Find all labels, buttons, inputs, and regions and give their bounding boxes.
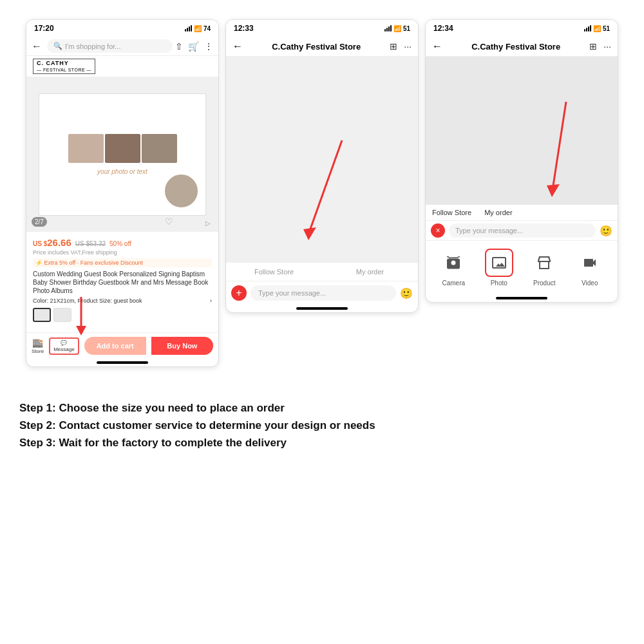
phone2-follow-tab[interactable]: Follow Store [226, 263, 322, 281]
phone3-message-input[interactable]: Type your message... [449, 223, 596, 238]
heart-icon[interactable]: ♡ [165, 216, 173, 227]
camera-icon-box [439, 249, 468, 277]
phone1-status-icons: 📶 74 [185, 25, 211, 32]
video-icon-box [576, 249, 604, 277]
phone3-product-item[interactable]: Product [530, 249, 558, 287]
phone3-wrapper: 12:34 📶 51 ← C.Cathy Festival Store ⊞ [425, 19, 618, 303]
phone3-myorder-tab[interactable]: My order [484, 209, 512, 216]
phone3-message-input-row: × Type your message... 🙂 [426, 221, 618, 240]
cart-icon[interactable]: 🛒 [188, 41, 199, 52]
svg-marker-3 [303, 227, 316, 240]
phone2-store-nav-icons: ⊞ ··· [390, 41, 412, 52]
photo-label: Photo [491, 279, 507, 287]
photo-cell-3 [142, 134, 177, 163]
arrow2-svg [290, 134, 368, 263]
buy-now-button[interactable]: Buy Now [151, 337, 213, 355]
phone3-emoji-icon[interactable]: 🙂 [600, 225, 612, 237]
phone3-store-nav-icons: ⊞ ··· [589, 41, 611, 52]
svg-line-4 [553, 102, 566, 185]
phone2-chat-area [226, 57, 418, 263]
price-row: US $26.66 US $53.32 50% off [33, 237, 212, 248]
phone2-back-icon[interactable]: ← [232, 41, 243, 52]
share-icon[interactable]: ⇧ [175, 41, 183, 52]
store-grid-icon[interactable]: ⊞ [390, 41, 397, 52]
phone2: 12:33 📶 51 ← C.Cathy Festival Store ⊞ [225, 19, 419, 313]
step1-text: Step 1: Choose the size you need to plac… [19, 399, 625, 417]
store-more-icon[interactable]: ··· [404, 41, 412, 52]
phone3-time: 12:34 [433, 24, 453, 33]
phone2-store-title: C.Cathy Festival Store [248, 42, 384, 52]
phone2-home-indicator [296, 307, 348, 310]
phone3-store-nav: ← C.Cathy Festival Store ⊞ ··· [426, 37, 618, 57]
phone1-status-bar: 17:20 📶 74 [26, 20, 218, 37]
message-button[interactable]: 💬 Message [49, 337, 79, 355]
camera-label: Camera [442, 279, 465, 287]
phone2-plus-button[interactable]: + [231, 285, 247, 301]
phone3-status-bar: 12:34 📶 51 [426, 20, 618, 37]
price-current: US $26.66 [33, 237, 71, 248]
phone3-close-button[interactable]: × [431, 223, 445, 238]
phone2-status-bar: 12:33 📶 51 [226, 20, 418, 37]
phone2-message-input[interactable]: Type your message... [251, 285, 396, 301]
circle-overlay [164, 173, 199, 209]
phone1-search[interactable]: 🔍 I'm shopping for... [47, 39, 173, 53]
price-original: US $53.32 [75, 240, 106, 247]
phone3-store-more-icon[interactable]: ··· [603, 41, 611, 52]
video-icon [582, 255, 598, 270]
more-icon[interactable]: ⋮ [204, 41, 213, 52]
steps-area: Step 1: Choose the size you need to plac… [0, 380, 644, 644]
color-swatches [33, 308, 212, 322]
add-to-cart-button[interactable]: Add to cart [84, 337, 146, 355]
store-icon: 🏬 [32, 337, 43, 348]
main-container: 17:20 📶 74 ← 🔍 I'm shopping for... [0, 0, 644, 644]
phone3-photo-item[interactable]: Photo [485, 249, 513, 287]
phone2-status-icons: 📶 51 [384, 25, 410, 32]
phone1-time: 17:20 [34, 24, 54, 33]
phone1-nav-actions: ⇧ 🛒 ⋮ [175, 41, 213, 52]
photo-collage [68, 134, 177, 163]
photo-icon-box [485, 249, 513, 277]
phone2-wrapper: 12:33 📶 51 ← C.Cathy Festival Store ⊞ [225, 19, 419, 313]
phone1-product-info: US $26.66 US $53.32 50% off Price includ… [26, 232, 218, 332]
phone3-battery: 51 [603, 25, 610, 32]
step3-text: Step 3: Wait for the factory to complete… [19, 434, 625, 451]
phone1-nav-bar: ← 🔍 I'm shopping for... ⇧ 🛒 ⋮ [26, 37, 218, 56]
phone2-emoji-icon[interactable]: 🙂 [400, 287, 413, 299]
step2-text: Step 2: Contact customer service to dete… [19, 417, 625, 434]
phone1-wifi-icon: 📶 [194, 25, 202, 32]
phone3-back-icon[interactable]: ← [432, 41, 442, 52]
phone3-status-icons: 📶 51 [584, 25, 610, 32]
phone1-product-image-area: your photo or text 2/7 ♡ ▷ [26, 77, 218, 232]
phone3-store-grid-icon[interactable]: ⊞ [589, 41, 597, 52]
phone3-chat-area [426, 57, 618, 205]
play-icon[interactable]: ▷ [205, 220, 211, 227]
store-button[interactable]: 🏬 Store [32, 337, 44, 354]
script-overlay-text: your photo or text [97, 168, 147, 175]
swatch-2[interactable] [53, 308, 71, 322]
product-label: Product [533, 279, 555, 287]
phone3-media-panel: Camera Photo [426, 240, 618, 294]
photo-cell-2 [105, 134, 140, 163]
phone3-wifi-icon: 📶 [593, 25, 601, 32]
currency-symbol: US $ [33, 240, 47, 247]
phone3-video-item[interactable]: Video [576, 249, 604, 287]
phone3-follow-store-row: Follow Store My order [426, 205, 618, 221]
phone1-search-placeholder: I'm shopping for... [65, 43, 120, 50]
product-mockup: your photo or text [39, 93, 206, 216]
phone1-back-icon[interactable]: ← [32, 41, 42, 52]
phone2-myorder-tab[interactable]: My order [322, 263, 418, 281]
phone3-follow-tab[interactable]: Follow Store [432, 209, 471, 216]
product-title: Custom Wedding Guest Book Personalized S… [33, 270, 212, 295]
photo-cell-1 [68, 134, 104, 163]
phone3-camera-item[interactable]: Camera [439, 249, 468, 287]
phone1-wrapper: 17:20 📶 74 ← 🔍 I'm shopping for... [26, 19, 219, 367]
phone2-battery: 51 [403, 25, 410, 32]
camera-icon [446, 255, 461, 270]
phone2-store-nav: ← C.Cathy Festival Store ⊞ ··· [226, 37, 418, 57]
price-value: 26.66 [47, 237, 71, 248]
phone2-wifi-icon: 📶 [393, 25, 401, 32]
swatch-1[interactable] [33, 308, 51, 322]
search-icon: 🔍 [53, 42, 62, 50]
image-counter: 2/7 [32, 217, 47, 227]
phone1-signal [185, 25, 192, 32]
